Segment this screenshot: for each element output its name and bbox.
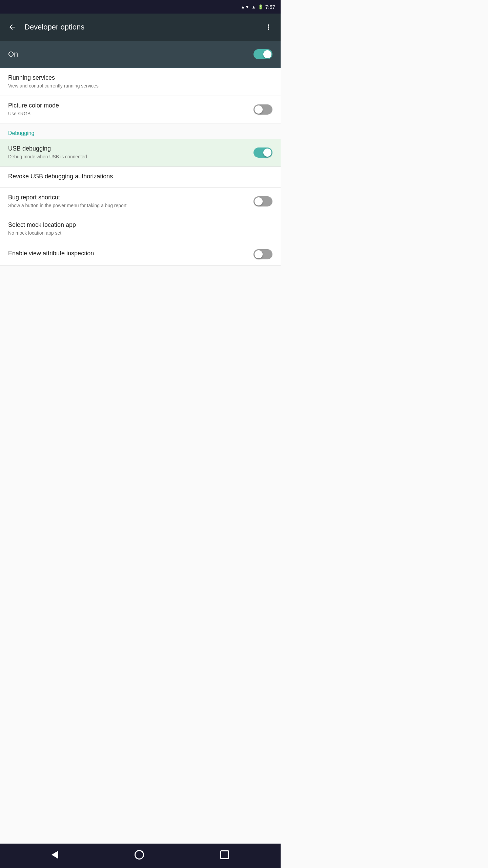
divider: [0, 265, 281, 266]
status-bar: ▲▼ ▲ 🔋 7:57: [0, 0, 281, 14]
select-mock-location-subtitle: No mock location app set: [8, 230, 267, 237]
bug-report-shortcut-toggle[interactable]: [253, 196, 272, 206]
enable-view-attribute-text: Enable view attribute inspection: [8, 250, 253, 258]
settings-content: Running services View and control curren…: [0, 68, 281, 266]
bug-report-shortcut-text: Bug report shortcut Show a button in the…: [8, 194, 253, 209]
bug-report-shortcut-subtitle: Show a button in the power menu for taki…: [8, 202, 248, 209]
usb-debugging-text: USB debugging Debug mode when USB is con…: [8, 145, 253, 160]
debugging-section-header: Debugging: [0, 123, 281, 139]
running-services-text: Running services View and control curren…: [8, 74, 272, 90]
select-mock-location-item[interactable]: Select mock location app No mock locatio…: [0, 215, 281, 243]
running-services-item[interactable]: Running services View and control curren…: [0, 68, 281, 96]
picture-color-mode-text: Picture color mode Use sRGB: [8, 102, 253, 117]
revoke-usb-debugging-item[interactable]: Revoke USB debugging authorizations: [0, 167, 281, 188]
bug-report-shortcut-title: Bug report shortcut: [8, 194, 248, 201]
wifi-icon: ▲▼: [241, 4, 249, 9]
usb-debugging-toggle[interactable]: [253, 147, 272, 158]
status-time: 7:57: [265, 4, 275, 10]
usb-debugging-item[interactable]: USB debugging Debug mode when USB is con…: [0, 139, 281, 166]
toggle-thumb: [255, 250, 263, 258]
picture-color-mode-title: Picture color mode: [8, 102, 248, 109]
back-button[interactable]: [5, 20, 19, 34]
select-mock-location-title: Select mock location app: [8, 221, 267, 229]
usb-debugging-subtitle: Debug mode when USB is connected: [8, 154, 248, 160]
picture-color-mode-item[interactable]: Picture color mode Use sRGB: [0, 96, 281, 123]
on-off-label: On: [8, 50, 253, 59]
page-title: Developer options: [24, 23, 256, 32]
enable-view-attribute-toggle[interactable]: [253, 249, 272, 259]
signal-icon: ▲: [251, 4, 256, 9]
more-options-button[interactable]: [262, 20, 275, 34]
battery-icon: 🔋: [258, 4, 263, 9]
app-bar: Developer options: [0, 14, 281, 41]
enable-view-attribute-item[interactable]: Enable view attribute inspection: [0, 243, 281, 265]
bug-report-shortcut-item[interactable]: Bug report shortcut Show a button in the…: [0, 188, 281, 215]
revoke-usb-debugging-text: Revoke USB debugging authorizations: [8, 173, 272, 181]
revoke-usb-debugging-title: Revoke USB debugging authorizations: [8, 173, 267, 180]
picture-color-mode-toggle[interactable]: [253, 104, 272, 115]
toggle-thumb: [255, 105, 263, 114]
status-icons: ▲▼ ▲ 🔋 7:57: [241, 4, 275, 10]
toggle-thumb: [263, 149, 271, 157]
developer-options-toggle[interactable]: [253, 49, 272, 59]
running-services-subtitle: View and control currently running servi…: [8, 83, 267, 90]
running-services-title: Running services: [8, 74, 267, 81]
toggle-thumb: [255, 197, 263, 205]
select-mock-location-text: Select mock location app No mock locatio…: [8, 221, 272, 237]
usb-debugging-title: USB debugging: [8, 145, 248, 152]
enable-view-attribute-title: Enable view attribute inspection: [8, 250, 248, 257]
on-off-section[interactable]: On: [0, 41, 281, 68]
picture-color-mode-subtitle: Use sRGB: [8, 111, 248, 117]
toggle-thumb: [263, 50, 271, 58]
debugging-label: Debugging: [8, 130, 34, 136]
